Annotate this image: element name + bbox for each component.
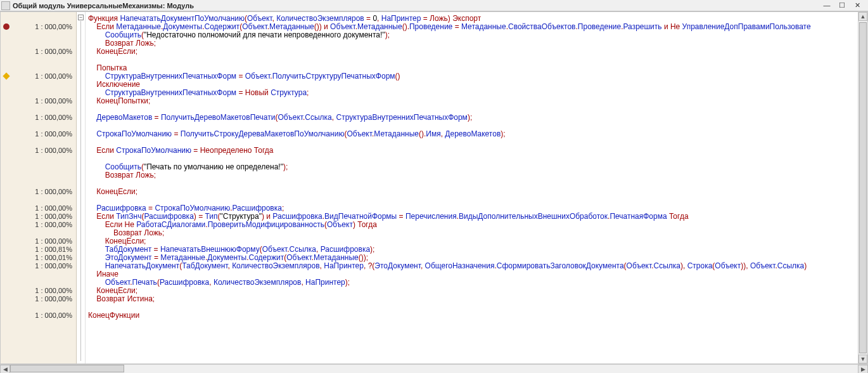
code-line[interactable]: Объект.Печать(Расшифровка, КоличествоЭкз… bbox=[86, 278, 867, 287]
scroll-right-icon[interactable]: ▶ bbox=[858, 365, 868, 373]
gutter-row bbox=[1, 64, 76, 72]
hscroll-track[interactable] bbox=[10, 365, 858, 373]
gutter-row bbox=[1, 39, 76, 48]
scroll-left-icon[interactable]: ◀ bbox=[0, 365, 10, 373]
fold-line bbox=[80, 21, 81, 361]
code-line[interactable]: Если СтрокаПоУмолчанию = Неопределено То… bbox=[86, 147, 867, 155]
code-line[interactable] bbox=[86, 56, 867, 64]
gutter-row bbox=[1, 56, 76, 64]
gutter-row bbox=[1, 105, 76, 114]
module-icon bbox=[1, 1, 10, 10]
gutter-row bbox=[1, 171, 76, 180]
window-controls: — ☐ ✕ bbox=[821, 1, 867, 10]
gutter-row: 1 : 000,00% bbox=[1, 204, 76, 213]
gutter-row: 1 : 000,00% bbox=[1, 23, 76, 31]
code-line[interactable]: Возврат Истина; bbox=[86, 295, 867, 303]
gutter-row: 1 : 000,00% bbox=[1, 262, 76, 270]
gutter-row: 1 : 000,00% bbox=[1, 48, 76, 56]
code-line[interactable]: Сообщить("Печать по умолчанию не определ… bbox=[86, 163, 867, 171]
maximize-button[interactable]: ☐ bbox=[836, 1, 848, 10]
gutter-row: 1 : 000,00% bbox=[1, 237, 76, 245]
gutter-row: 1 : 000,00% bbox=[1, 287, 76, 295]
code-line[interactable]: НапечататьДокумент(ТабДокумент, Количест… bbox=[86, 262, 867, 270]
vscroll-track[interactable] bbox=[858, 22, 867, 353]
close-button[interactable]: ✕ bbox=[852, 1, 863, 10]
code-area[interactable]: Функция НапечататьДокументПоУмолчанию(Об… bbox=[86, 12, 867, 363]
window-title: Общий модуль УниверсальныеМеханизмы: Мод… bbox=[13, 2, 821, 10]
gutter-row: 1 : 000,81% bbox=[1, 245, 76, 254]
vscroll-thumb[interactable] bbox=[859, 22, 867, 353]
gutter-row: 1 : 000,00% bbox=[1, 72, 76, 81]
code-line[interactable]: КонецЕсли; bbox=[86, 188, 867, 196]
gutter-row bbox=[1, 278, 76, 287]
gutter-row: 1 : 000,00% bbox=[1, 130, 76, 138]
code-line[interactable] bbox=[86, 303, 867, 311]
editor: 1 : 000,00%1 : 000,00%1 : 000,00%1 : 000… bbox=[0, 11, 868, 364]
gutter-row: 1 : 000,00% bbox=[1, 114, 76, 122]
code-line[interactable]: КонецПопытки; bbox=[86, 97, 867, 105]
gutter-row bbox=[1, 81, 76, 89]
code-line[interactable]: Возврат Ложь; bbox=[86, 229, 867, 237]
gutter-row bbox=[1, 303, 76, 311]
code-line[interactable]: КонецЕсли; bbox=[86, 287, 867, 295]
gutter-row bbox=[1, 89, 76, 97]
horizontal-scrollbar[interactable]: ◀ ▶ bbox=[0, 364, 868, 373]
code-line[interactable]: Возврат Ложь; bbox=[86, 39, 867, 48]
code-line[interactable]: Сообщить("Недостаточно полномочий для пе… bbox=[86, 31, 867, 39]
gutter-row: 1 : 000,00% bbox=[1, 311, 76, 320]
gutter-row: 1 : 000,01% bbox=[1, 254, 76, 262]
code-line[interactable] bbox=[86, 180, 867, 188]
gutter-row bbox=[1, 122, 76, 130]
current-line-icon[interactable] bbox=[3, 72, 10, 79]
gutter-row bbox=[1, 31, 76, 39]
gutter-row: 1 : 000,00% bbox=[1, 213, 76, 221]
gutter-row bbox=[1, 270, 76, 278]
gutter-row: 1 : 000,00% bbox=[1, 188, 76, 196]
code-line[interactable]: Если Не РаботаСДиалогами.ПроверитьМодифи… bbox=[86, 221, 867, 229]
code-line[interactable]: СтруктураВнутреннихПечатныхФорм = Новый … bbox=[86, 89, 867, 97]
fold-toggle-icon[interactable]: − bbox=[78, 15, 84, 20]
scroll-up-icon[interactable]: ▲ bbox=[858, 12, 867, 21]
hscroll-thumb[interactable] bbox=[10, 365, 124, 372]
minimize-button[interactable]: — bbox=[821, 1, 833, 10]
code-line[interactable]: СтрокаПоУмолчанию = ПолучитьСтрокуДерева… bbox=[86, 130, 867, 138]
vertical-scrollbar[interactable]: ▲ ▼ bbox=[858, 11, 868, 364]
gutter-row bbox=[1, 138, 76, 147]
gutter-row: 1 : 000,00% bbox=[1, 295, 76, 303]
fold-bar: − bbox=[77, 12, 86, 363]
gutter-row bbox=[1, 15, 76, 23]
gutter-row: 1 : 000,00% bbox=[1, 221, 76, 229]
gutter-row bbox=[1, 155, 76, 163]
gutter-row: 1 : 000,00% bbox=[1, 147, 76, 155]
code-line[interactable]: ДеревоМакетов = ПолучитьДеревоМакетовПеч… bbox=[86, 114, 867, 122]
code-line[interactable]: Возврат Ложь; bbox=[86, 171, 867, 180]
gutter-row bbox=[1, 229, 76, 237]
gutter-row bbox=[1, 163, 76, 171]
profiler-gutter: 1 : 000,00%1 : 000,00%1 : 000,00%1 : 000… bbox=[1, 12, 77, 363]
code-line[interactable]: СтруктураВнутреннихПечатныхФорм = Объект… bbox=[86, 72, 867, 81]
gutter-row bbox=[1, 180, 76, 188]
scroll-down-icon[interactable]: ▼ bbox=[858, 355, 867, 363]
code-line[interactable]: КонецЕсли; bbox=[86, 48, 867, 56]
code-line[interactable]: КонецФункции bbox=[86, 311, 867, 320]
breakpoint-icon[interactable] bbox=[3, 23, 10, 30]
title-bar: Общий модуль УниверсальныеМеханизмы: Мод… bbox=[0, 0, 868, 11]
gutter-row: 1 : 000,00% bbox=[1, 97, 76, 105]
gutter-row bbox=[1, 196, 76, 204]
